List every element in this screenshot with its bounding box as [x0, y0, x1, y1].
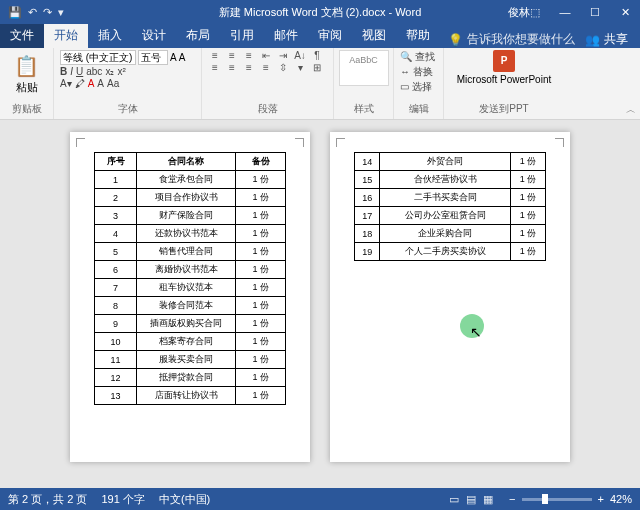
- maximize-icon[interactable]: ☐: [580, 0, 610, 24]
- char-shading-button[interactable]: Aa: [107, 78, 119, 89]
- tab-file[interactable]: 文件: [0, 23, 44, 48]
- increase-indent-button[interactable]: ⇥: [276, 50, 290, 61]
- table-cell: 1 份: [236, 279, 286, 297]
- table-row: 18企业采购合同1 份: [355, 225, 546, 243]
- underline-button[interactable]: U: [76, 66, 83, 77]
- table-row: 19个人二手房买卖协议1 份: [355, 243, 546, 261]
- superscript-button[interactable]: x²: [117, 66, 125, 77]
- table-cell: 13: [95, 387, 137, 405]
- select-button[interactable]: ▭ 选择: [400, 80, 437, 94]
- multilevel-button[interactable]: ≡: [242, 50, 256, 61]
- table-cell: 1 份: [511, 225, 546, 243]
- table-cell: 1: [95, 171, 137, 189]
- web-layout-icon[interactable]: ▦: [483, 493, 493, 505]
- table-cell: 公司办公室租赁合同: [380, 207, 511, 225]
- zoom-slider[interactable]: [522, 498, 592, 501]
- table-cell: 1 份: [511, 243, 546, 261]
- tell-me[interactable]: 💡告诉我你想要做什么: [448, 31, 575, 48]
- tab-insert[interactable]: 插入: [88, 23, 132, 48]
- tab-home[interactable]: 开始: [44, 23, 88, 48]
- tab-references[interactable]: 引用: [220, 23, 264, 48]
- table-cell: 1 份: [236, 243, 286, 261]
- font-size-input[interactable]: [138, 50, 168, 65]
- align-right-button[interactable]: ≡: [242, 62, 256, 73]
- clipboard-icon: 📋: [14, 54, 39, 78]
- replace-button[interactable]: ↔ 替换: [400, 65, 437, 79]
- table-cell: 1 份: [236, 387, 286, 405]
- strikethrough-button[interactable]: abc: [86, 66, 102, 77]
- tab-help[interactable]: 帮助: [396, 23, 440, 48]
- table-cell: 还款协议书范本: [137, 225, 236, 243]
- tab-layout[interactable]: 布局: [176, 23, 220, 48]
- word-count[interactable]: 191 个字: [101, 492, 144, 507]
- table-cell: 16: [355, 189, 380, 207]
- table-cell: 10: [95, 333, 137, 351]
- tab-mailings[interactable]: 邮件: [264, 23, 308, 48]
- tab-view[interactable]: 视图: [352, 23, 396, 48]
- align-left-button[interactable]: ≡: [208, 62, 222, 73]
- zoom-level[interactable]: 42%: [610, 493, 632, 505]
- bold-button[interactable]: B: [60, 66, 67, 77]
- table-cell: 1 份: [236, 207, 286, 225]
- justify-button[interactable]: ≡: [259, 62, 273, 73]
- paste-button[interactable]: 📋 粘贴: [6, 50, 47, 99]
- document-area[interactable]: 序号 合同名称 备份 1食堂承包合同1 份2项目合作协议书1 份3财产保险合同1…: [0, 120, 640, 488]
- table-cell: 6: [95, 261, 137, 279]
- font-name-input[interactable]: [60, 50, 136, 65]
- tab-review[interactable]: 审阅: [308, 23, 352, 48]
- table-row: 6离婚协议书范本1 份: [95, 261, 286, 279]
- table-cell: 1 份: [236, 351, 286, 369]
- find-button[interactable]: 🔍 查找: [400, 50, 437, 64]
- zoom-in-button[interactable]: +: [598, 493, 604, 505]
- italic-button[interactable]: I: [70, 66, 73, 77]
- table-cell: 9: [95, 315, 137, 333]
- ppt-group-label: 发送到PPT: [450, 102, 558, 117]
- shrink-font-icon[interactable]: A: [179, 52, 186, 63]
- minimize-icon[interactable]: —: [550, 0, 580, 24]
- tab-design[interactable]: 设计: [132, 23, 176, 48]
- text-effects-button[interactable]: A▾: [60, 78, 72, 89]
- read-mode-icon[interactable]: ▭: [449, 493, 459, 505]
- save-icon[interactable]: 💾: [8, 6, 22, 19]
- bullets-button[interactable]: ≡: [208, 50, 222, 61]
- status-bar: 第 2 页，共 2 页 191 个字 中文(中国) ▭ ▤ ▦ − + 42%: [0, 488, 640, 510]
- powerpoint-icon[interactable]: P: [493, 50, 515, 72]
- table-cell: 3: [95, 207, 137, 225]
- subscript-button[interactable]: x₂: [105, 66, 114, 77]
- show-marks-button[interactable]: ¶: [310, 50, 324, 61]
- highlight-button[interactable]: 🖍: [75, 78, 85, 89]
- table-cell: 4: [95, 225, 137, 243]
- share-button[interactable]: 👥共享: [585, 31, 628, 48]
- table-cell: 1 份: [511, 171, 546, 189]
- table-cell: 1 份: [236, 261, 286, 279]
- styles-gallery[interactable]: AaBbC: [339, 50, 389, 86]
- group-styles: AaBbC 样式: [334, 48, 394, 119]
- table-cell: 15: [355, 171, 380, 189]
- table-cell: 项目合作协议书: [137, 189, 236, 207]
- numbering-button[interactable]: ≡: [225, 50, 239, 61]
- lightbulb-icon: 💡: [448, 33, 463, 47]
- undo-icon[interactable]: ↶: [28, 6, 37, 19]
- zoom-out-button[interactable]: −: [509, 493, 515, 505]
- table-row: 1食堂承包合同1 份: [95, 171, 286, 189]
- close-icon[interactable]: ✕: [610, 0, 640, 24]
- page-2: 14外贸合同1 份15合伙经营协议书1 份16二手书买卖合同1 份17公司办公室…: [330, 132, 570, 462]
- decrease-indent-button[interactable]: ⇤: [259, 50, 273, 61]
- redo-icon[interactable]: ↷: [43, 6, 52, 19]
- grow-font-icon[interactable]: A: [170, 52, 177, 63]
- language-indicator[interactable]: 中文(中国): [159, 492, 210, 507]
- borders-button[interactable]: ⊞: [310, 62, 324, 73]
- char-border-button[interactable]: A: [97, 78, 104, 89]
- print-layout-icon[interactable]: ▤: [466, 493, 476, 505]
- table-row: 10档案寄存合同1 份: [95, 333, 286, 351]
- sort-button[interactable]: A↓: [293, 50, 307, 61]
- shading-button[interactable]: ▾: [293, 62, 307, 73]
- line-spacing-button[interactable]: ⇳: [276, 62, 290, 73]
- page-indicator[interactable]: 第 2 页，共 2 页: [8, 492, 87, 507]
- font-color-button[interactable]: A: [88, 78, 95, 89]
- align-center-button[interactable]: ≡: [225, 62, 239, 73]
- collapse-ribbon-icon[interactable]: ︿: [626, 103, 636, 117]
- ribbon-options-icon[interactable]: ⬚: [520, 0, 550, 24]
- table-row: 3财产保险合同1 份: [95, 207, 286, 225]
- qat-more-icon[interactable]: ▾: [58, 6, 64, 19]
